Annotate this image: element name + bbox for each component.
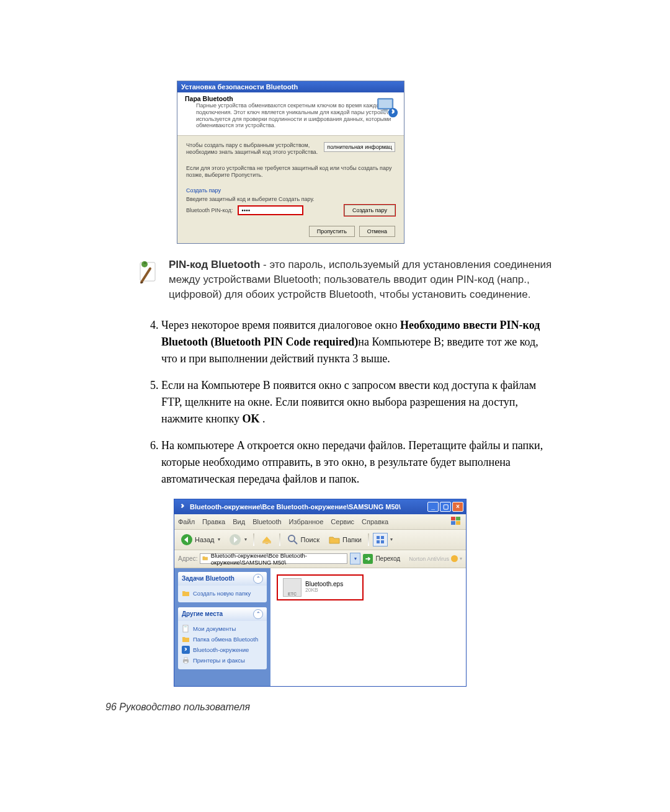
enter-pin-prompt: Введите защитный код и выберите Создать … [186,196,395,202]
documents-icon [182,625,190,633]
note-bold: PIN-код Bluetooth [169,259,260,270]
address-dropdown[interactable]: ▾ [350,553,360,564]
up-button[interactable] [258,533,275,547]
place-bluetooth-neighborhood[interactable]: Bluetooth-окружение [182,645,263,655]
more-info-button[interactable]: полнительная информац [324,142,395,152]
minimize-button[interactable]: _ [427,502,439,512]
collapse-icon[interactable]: ⌃ [253,609,263,619]
menu-view[interactable]: Вид [233,518,245,525]
explorer-window: Bluetooth-окружение\Все Bluetooth-окруже… [174,499,467,687]
dialog-title: Установка безопасности Bluetooth [177,81,404,92]
svg-rect-1 [379,100,392,108]
address-bar: Адрес: Bluetooth-окружение\Все Bluetooth… [174,550,466,568]
norton-shield-icon [451,555,458,562]
monitor-bluetooth-icon [375,96,399,120]
svg-rect-2 [383,109,388,111]
create-pair-button[interactable]: Создать пару [344,205,395,216]
file-icon [283,578,302,597]
note-text: PIN-код Bluetooth - это пароль, использу… [169,257,552,301]
note-block: PIN-код Bluetooth - это пароль, использу… [136,257,552,301]
places-panel: Другие места ⌃ Мои документы Папка обмен… [178,607,267,669]
section-desc: Парные устройства обмениваются секретным… [196,102,398,129]
pin-input[interactable] [238,205,303,215]
tasks-panel-title: Задачи Bluetooth [182,575,234,582]
file-area[interactable]: Bluetooth.eps 20KB [270,568,466,686]
menubar: Файл Правка Вид Bluetooth Избранное Серв… [174,514,466,530]
folders-button[interactable]: Папки [326,533,364,547]
instruction-list: Через некоторое время появится диалогово… [136,317,552,488]
back-button[interactable]: Назад▾ [178,533,223,547]
svg-rect-20 [183,625,188,632]
go-label: Переход [375,555,400,562]
svg-rect-8 [456,517,460,520]
svg-line-15 [294,541,297,544]
step-5: Если на Компьютере B появится окно с зап… [161,377,552,427]
svg-point-6 [141,261,148,267]
step-4: Через некоторое время появится диалогово… [161,317,552,367]
forward-button[interactable]: ▾ [226,533,249,547]
svg-rect-17 [381,536,384,539]
page-footer: 96 Руководство пользователя [105,702,250,713]
bluetooth-icon [182,646,190,654]
task-new-folder[interactable]: Создать новую папку [182,588,263,599]
search-button[interactable]: Поиск [284,533,322,547]
svg-point-14 [288,535,295,542]
file-size: 20KB [305,587,343,593]
bluetooth-window-icon [178,502,187,511]
printer-icon [182,656,190,664]
menu-tools[interactable]: Сервис [331,518,354,525]
views-button[interactable] [373,533,388,547]
place-bluetooth-exchange[interactable]: Папка обмена Bluetooth [182,634,263,645]
window-title: Bluetooth-окружение\Все Bluetooth-окруже… [190,503,426,511]
address-folder-icon [202,555,208,563]
maximize-button[interactable]: ▢ [440,502,451,512]
place-printers[interactable]: Принтеры и факсы [182,655,263,666]
cancel-button[interactable]: Отмена [359,226,395,237]
svg-rect-25 [184,661,187,663]
svg-rect-9 [451,521,455,525]
menu-favorites[interactable]: Избранное [289,518,324,525]
side-panel: Задачи Bluetooth ⌃ Создать новую папку [174,568,270,686]
address-label: Адрес: [178,555,197,562]
collapse-icon[interactable]: ⌃ [253,574,263,584]
note-icon [136,257,159,285]
menu-file[interactable]: Файл [178,518,195,525]
svg-rect-24 [184,658,187,659]
close-button[interactable]: × [452,502,463,512]
section-heading: Пара Bluetooth [185,95,398,102]
svg-rect-10 [456,521,460,525]
go-button[interactable]: ➔ [363,554,373,564]
skip-note: Если для этого устройства не требуется з… [186,165,395,179]
address-field[interactable]: Bluetooth-окружение\Все Bluetooth-окруже… [200,553,347,564]
norton-label[interactable]: Norton AntiVirus ▾ [409,555,462,562]
address-value: Bluetooth-окружение\Все Bluetooth-окруже… [211,552,346,566]
svg-rect-18 [377,540,380,543]
place-my-documents[interactable]: Мои документы [182,623,263,634]
skip-button[interactable]: Пропустить [309,226,355,237]
svg-rect-21 [184,627,187,627]
windows-flag-icon [450,515,463,527]
create-pair-title: Создать пару [186,187,395,194]
folder-icon [182,635,190,643]
file-item[interactable]: Bluetooth.eps 20KB [277,574,364,600]
pair-instruction: Чтобы создать пару с выбранным устройств… [186,142,320,156]
menu-bluetooth[interactable]: Bluetooth [252,518,281,525]
folder-new-icon [182,589,190,597]
step-6: На компьютере A откроется окно передачи … [161,437,552,488]
places-panel-title: Другие места [182,610,223,617]
svg-rect-7 [451,517,455,520]
menu-edit[interactable]: Правка [202,518,225,525]
svg-rect-16 [377,536,380,539]
menu-help[interactable]: Справка [362,518,388,525]
svg-rect-13 [262,542,271,543]
tasks-panel: Задачи Bluetooth ⌃ Создать новую папку [178,572,267,602]
bluetooth-security-dialog: Установка безопасности Bluetooth Пара Bl… [177,81,404,244]
svg-rect-19 [381,540,384,543]
pin-label: Bluetooth PIN-код: [186,207,233,213]
toolbar: Назад▾ ▾ Поиск Папки ▾ [174,530,466,550]
